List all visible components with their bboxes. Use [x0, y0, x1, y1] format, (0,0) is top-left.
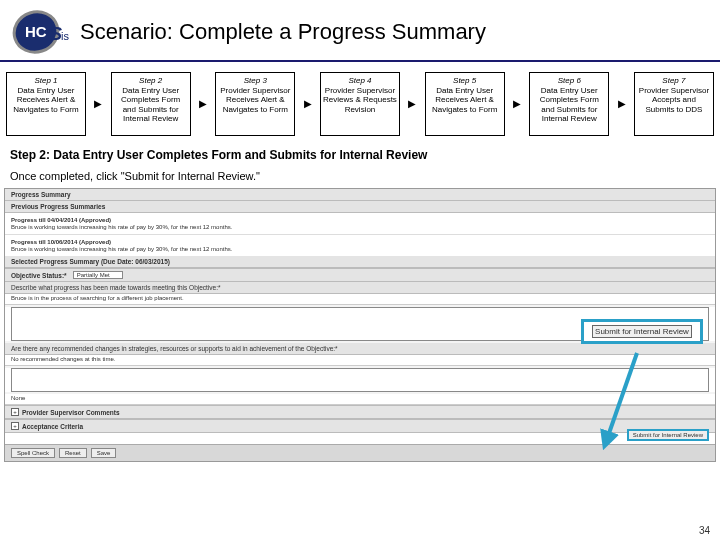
page-title: Scenario: Complete a Progress Summary [80, 19, 486, 45]
callout-submit-button: Submit for Internal Review [592, 325, 692, 338]
svg-text:HC: HC [25, 23, 47, 40]
plus-icon: + [11, 408, 19, 416]
section-selected: Selected Progress Summary (Due Date: 06/… [5, 256, 715, 268]
prev-entry-body: Bruce is working towards increasing his … [11, 224, 709, 230]
hcsis-logo: HC S is [12, 8, 72, 56]
save-button[interactable]: Save [91, 448, 117, 458]
section-previous: Previous Progress Summaries [5, 201, 715, 213]
step-4: Step 4Provider Supervisor Reviews & Requ… [320, 72, 400, 136]
arrow-icon: ▶ [617, 99, 627, 109]
step-5: Step 5Data Entry User Receives Alert & N… [425, 72, 505, 136]
q1-text: Bruce is in the process of searching for… [5, 294, 715, 305]
callout-submit: Submit for Internal Review [581, 319, 703, 344]
step-1: Step 1Data Entry User Receives Alert & N… [6, 72, 86, 136]
question-progress: Describe what progress has been made tow… [5, 282, 715, 294]
plus-icon: + [11, 422, 19, 430]
step-3: Step 3Provider Supervisor Receives Alert… [215, 72, 295, 136]
page-number: 34 [699, 525, 710, 536]
arrow-icon: ▶ [93, 99, 103, 109]
prev-entry-title: Progress till 04/04/2014 (Approved) [11, 217, 709, 223]
spell-check-button[interactable]: Spell Check [11, 448, 55, 458]
arrow-icon: ▶ [198, 99, 208, 109]
step-7: Step 7Provider Supervisor Accepts and Su… [634, 72, 714, 136]
reset-button[interactable]: Reset [59, 448, 87, 458]
prev-entry-title: Progress till 10/06/2014 (Approved) [11, 239, 709, 245]
arrow-icon: ▶ [512, 99, 522, 109]
step-6: Step 6Data Entry User Completes Form and… [529, 72, 609, 136]
svg-text:is: is [61, 30, 69, 42]
arrow-icon: ▶ [303, 99, 313, 109]
objective-status-label: Objective Status:* [11, 272, 67, 279]
step-2: Step 2Data Entry User Completes Form and… [111, 72, 191, 136]
process-steps: Step 1Data Entry User Receives Alert & N… [0, 62, 720, 144]
step-heading: Step 2: Data Entry User Completes Form a… [0, 144, 720, 166]
pointer-arrow-icon [587, 349, 657, 459]
app-screenshot: Progress Summary Previous Progress Summa… [4, 188, 716, 462]
arrow-icon: ▶ [407, 99, 417, 109]
instruction-text: Once completed, click "Submit for Intern… [0, 166, 720, 188]
prev-entry-body: Bruce is working towards increasing his … [11, 246, 709, 252]
objective-status-select[interactable]: Partially Met [73, 271, 123, 279]
section-progress-summary: Progress Summary [5, 189, 715, 201]
